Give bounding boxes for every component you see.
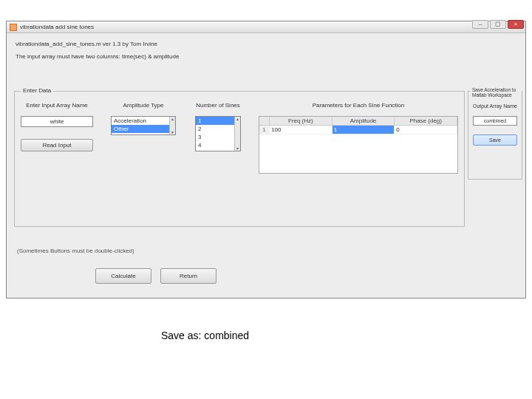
- script-version-label: vibrationdata_add_sine_tones.m ver 1.3 b…: [16, 41, 519, 47]
- cell-rownum: 1: [259, 126, 270, 134]
- double-click-note: (Sometimes Buttons must be double-clicke…: [17, 248, 134, 254]
- minimize-button[interactable]: –: [472, 20, 488, 29]
- num-sines-item-4[interactable]: 4: [196, 141, 240, 149]
- table-row[interactable]: 1 100 1 0: [259, 126, 457, 134]
- save-panel: Save Acceleration to Matlab Workspace Ou…: [468, 91, 522, 180]
- close-button[interactable]: ×: [508, 20, 524, 29]
- read-input-button[interactable]: Read Input: [21, 139, 93, 151]
- calculate-button[interactable]: Calculate: [95, 268, 151, 284]
- input-array-label: Enter Input Array Name: [21, 102, 93, 109]
- params-label: Parameters for Each Sine Function: [259, 102, 458, 109]
- window-controls: – ▢ ×: [472, 20, 524, 29]
- output-array-field[interactable]: combined: [473, 116, 517, 126]
- bottom-button-row: Calculate Return: [95, 268, 216, 284]
- cell-amp[interactable]: 1: [332, 126, 395, 134]
- table-empty-area: [259, 134, 457, 173]
- cell-freq[interactable]: 100: [270, 126, 332, 134]
- output-array-label: Output Array Name: [473, 103, 517, 109]
- amplitude-type-label: Amplitude Type: [111, 102, 176, 109]
- params-table[interactable]: Freq (Hz) Amplitude Phase (deg) 1 100 1 …: [259, 116, 458, 174]
- amp-type-item-other[interactable]: Other: [112, 125, 175, 133]
- num-sines-scrollbar[interactable]: ▴▾: [234, 117, 240, 151]
- window-title: vibrationdata add sine tones: [20, 24, 94, 30]
- input-array-field[interactable]: white: [21, 116, 93, 127]
- amplitude-type-listbox[interactable]: Acceleration Other ▴▾: [111, 116, 176, 135]
- num-sines-listbox[interactable]: 1 2 3 4 ▴▾: [195, 116, 241, 151]
- input-format-label: The input array must have two columns: t…: [16, 53, 519, 60]
- app-icon: [10, 24, 17, 31]
- titlebar: vibrationdata add sine tones – ▢ ×: [7, 21, 525, 33]
- table-header-row: Freq (Hz) Amplitude Phase (deg): [259, 117, 457, 126]
- content-area: vibrationdata_add_sine_tones.m ver 1.3 b…: [7, 33, 525, 298]
- num-sines-item-1[interactable]: 1: [196, 117, 240, 125]
- slide-caption: Save as: combined: [161, 330, 249, 341]
- cell-phase[interactable]: 0: [395, 126, 457, 134]
- num-sines-item-3[interactable]: 3: [196, 133, 240, 141]
- table-header-freq: Freq (Hz): [270, 117, 332, 126]
- enter-data-panel: Enter Data Enter Input Array Name white …: [14, 91, 465, 227]
- table-header-amp: Amplitude: [332, 117, 395, 126]
- table-header-phase: Phase (deg): [395, 117, 457, 126]
- save-button[interactable]: Save: [473, 134, 517, 146]
- num-sines-item-2[interactable]: 2: [196, 125, 240, 133]
- save-panel-title: Save Acceleration to Matlab Workspace: [470, 87, 522, 98]
- return-button[interactable]: Return: [160, 268, 216, 284]
- main-window: vibrationdata add sine tones – ▢ × vibra…: [6, 21, 526, 299]
- table-header-rownum: [259, 117, 270, 126]
- amp-type-item-acceleration[interactable]: Acceleration: [112, 117, 175, 125]
- amp-type-scrollbar[interactable]: ▴▾: [169, 117, 175, 134]
- enter-data-title: Enter Data: [21, 87, 53, 94]
- num-sines-label: Number of Sines: [195, 102, 241, 109]
- maximize-button[interactable]: ▢: [490, 20, 506, 29]
